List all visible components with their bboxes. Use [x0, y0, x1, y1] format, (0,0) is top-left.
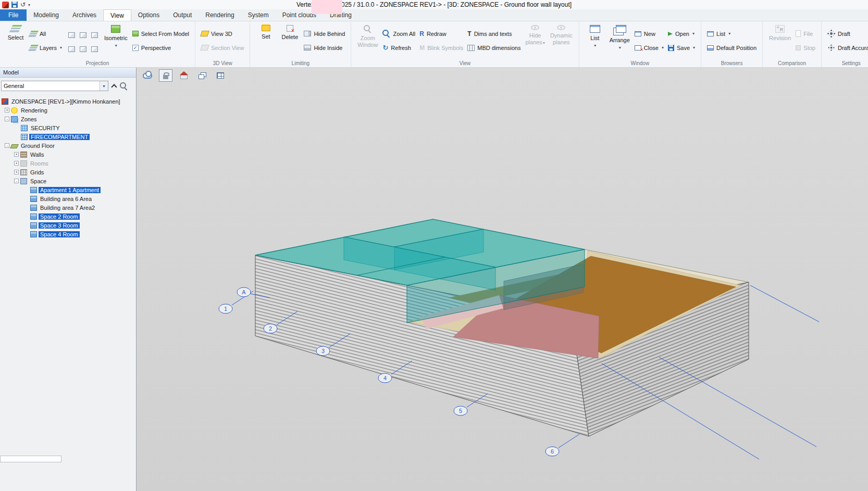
tab-options[interactable]: Options — [131, 9, 166, 21]
zoom-window-button[interactable]: Zoom Window — [355, 22, 380, 59]
delete-button[interactable]: Delete — [278, 22, 302, 59]
tree-item-ground-floor[interactable]: - Ground Floor — [0, 141, 136, 150]
tab-archives[interactable]: Archives — [66, 9, 103, 21]
select-from-model-button[interactable]: Select From Model — [130, 29, 191, 39]
perspective-checkbox[interactable]: ✓ — [132, 45, 139, 51]
set-button[interactable]: Set — [254, 22, 278, 59]
projection-view-button[interactable] — [89, 29, 100, 42]
mbd-dimensions-button[interactable]: MBD dimensions — [465, 43, 523, 53]
perspective-toggle[interactable]: ✓ Perspective — [130, 43, 191, 53]
expand-toggle[interactable]: - — [5, 143, 9, 148]
close-window-button[interactable]: Close ▾ — [633, 43, 666, 53]
stop-icon — [796, 45, 801, 51]
quick-access-caret-icon[interactable]: ▾ — [28, 3, 30, 7]
tree-item-building-area-6[interactable]: Building area 6 Area — [0, 194, 136, 203]
draft-button[interactable]: Draft — [825, 29, 868, 39]
blink-symbols-button[interactable]: M Blink Symbols — [417, 43, 465, 53]
expand-toggle[interactable]: + — [5, 108, 9, 112]
search-icon[interactable] — [120, 82, 128, 90]
tree-item-apartment-1[interactable]: Apartment 1 Apartment — [0, 185, 136, 194]
view-3d-button[interactable]: View 3D — [199, 29, 246, 39]
tree-item-space-2[interactable]: Space 2 Room — [0, 212, 136, 221]
file-compare-button[interactable]: File — [793, 29, 817, 39]
grid-bubble[interactable]: A — [237, 287, 251, 297]
refresh-button[interactable]: ↻ Refresh — [380, 43, 417, 53]
layers-button[interactable]: Layers ▾ — [28, 43, 64, 53]
dims-and-texts-button[interactable]: T Dims and texts — [465, 29, 523, 39]
section-view-button[interactable]: Section View — [199, 43, 246, 53]
dynamic-planes-button[interactable]: Dynamic planes — [548, 22, 575, 59]
hide-planes-button[interactable]: Hide planes▾ — [523, 22, 547, 59]
hide-inside-button[interactable]: Hide Inside — [302, 43, 347, 53]
tree-item-security[interactable]: SECURITY — [0, 123, 136, 132]
tree-item-root[interactable]: ZONESPACE [REV1->][Kimmo Honkanen] — [0, 97, 136, 106]
tree-item-space-3[interactable]: Space 3 Room — [0, 221, 136, 230]
tree-item-building-area-7[interactable]: Building area 7 Area2 — [0, 203, 136, 212]
lock-button[interactable] — [159, 69, 172, 82]
grid-bubble[interactable]: 5 — [454, 406, 467, 416]
tree-item-space[interactable]: - Space — [0, 177, 136, 185]
tree-item-firecompartment[interactable]: FIRECOMPARTMENT — [0, 132, 136, 141]
undo-icon[interactable]: ↺ — [20, 2, 26, 8]
tab-rendering[interactable]: Rendering — [199, 9, 241, 21]
isometric-button[interactable]: Isometric ▾ — [102, 22, 130, 59]
tab-modeling[interactable]: Modeling — [27, 9, 66, 21]
tab-system[interactable]: System — [241, 9, 276, 21]
projection-view-button[interactable] — [78, 43, 88, 56]
expand-toggle[interactable]: - — [5, 117, 9, 121]
expand-toggle[interactable]: + — [14, 161, 19, 166]
expand-toggle[interactable]: + — [14, 170, 19, 174]
open-window-button[interactable]: Open ▾ — [666, 29, 697, 39]
tree-item-zones[interactable]: - Zones — [0, 115, 136, 123]
model-3d-scene[interactable]: A 1 2 3 4 5 6 — [137, 68, 868, 491]
browsers-list-button[interactable]: List ▾ — [705, 29, 759, 39]
cloud-button[interactable] — [141, 69, 154, 82]
expand-toggle[interactable]: + — [14, 152, 19, 157]
all-button[interactable]: All — [28, 29, 64, 39]
stop-compare-button[interactable]: Stop — [793, 43, 817, 53]
tree-item-space-4[interactable]: Space 4 Room — [0, 230, 136, 238]
save-icon[interactable] — [11, 2, 18, 8]
tree-item-rooms[interactable]: + Rooms — [0, 159, 136, 168]
tree-label: Building area 6 Area — [39, 196, 93, 202]
select-button[interactable]: Select — [4, 22, 28, 59]
save-window-button[interactable]: Save ▾ — [666, 43, 697, 53]
tab-output[interactable]: Output — [166, 9, 199, 21]
grid-bubble[interactable]: 6 — [545, 447, 559, 456]
grid-bubble[interactable]: 1 — [219, 304, 232, 313]
copy-view-button[interactable] — [195, 69, 209, 82]
combobox-caret-icon[interactable]: ▾ — [100, 81, 108, 91]
grid-bubble[interactable]: 4 — [378, 373, 392, 383]
tree-item-rendering[interactable]: + Rendering — [0, 106, 136, 115]
new-window-button[interactable]: New — [633, 29, 666, 39]
revision-button[interactable]: Revision — [766, 22, 793, 59]
draft-accuracy-button[interactable]: Draft Accuracy — [825, 43, 868, 53]
blink-symbols-icon: M — [419, 45, 425, 51]
viewport-3d[interactable]: A 1 2 3 4 5 6 — [137, 68, 868, 491]
layout-grid-button[interactable] — [214, 69, 227, 82]
window-list-button[interactable]: List▾ — [583, 22, 607, 59]
grid-bubble[interactable]: 3 — [316, 346, 330, 356]
svg-text:2: 2 — [269, 325, 272, 332]
zoom-all-button[interactable]: Zoom All — [380, 29, 417, 39]
default-position-button[interactable]: Default Position — [705, 43, 759, 53]
arrange-button[interactable]: Arrange▾ — [607, 22, 633, 59]
tree-item-grids[interactable]: + Grids — [0, 168, 136, 177]
filter-combobox[interactable]: ▾ — [1, 81, 108, 91]
hide-behind-button[interactable]: Hide Behind — [302, 29, 347, 39]
tab-view[interactable]: View — [103, 9, 131, 21]
grid-bubble[interactable]: 2 — [264, 324, 277, 333]
tab-file[interactable]: File — [0, 9, 27, 21]
home-view-button[interactable] — [177, 69, 191, 82]
projection-view-button[interactable] — [66, 29, 77, 42]
app-icon[interactable] — [2, 2, 9, 8]
redraw-button[interactable]: R Redraw — [417, 29, 465, 39]
expand-toggle[interactable]: - — [14, 179, 19, 183]
projection-view-button[interactable] — [66, 43, 77, 56]
projection-view-button[interactable] — [78, 29, 88, 42]
group-label-3d-view: 3D View — [195, 60, 250, 66]
projection-view-button[interactable] — [89, 43, 100, 56]
tree-item-walls[interactable]: + Walls — [0, 150, 136, 159]
filter-input[interactable] — [2, 83, 100, 89]
collapse-tree-icon[interactable] — [111, 84, 117, 90]
